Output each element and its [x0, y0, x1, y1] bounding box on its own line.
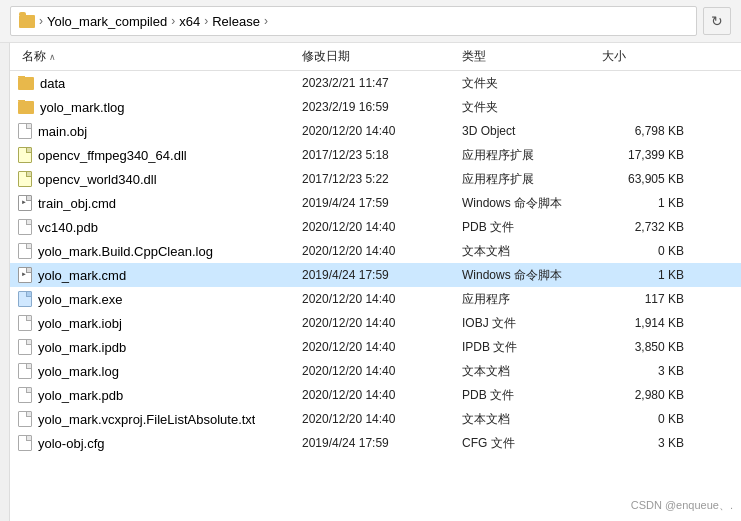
column-headers: 名称 ∧ 修改日期 类型 大小 — [10, 43, 741, 71]
file-name: yolo_mark.tlog — [40, 100, 125, 115]
file-type: IPDB 文件 — [458, 339, 598, 356]
file-modified: 2023/2/19 16:59 — [298, 100, 458, 114]
file-type: 文本文档 — [458, 243, 598, 260]
file-modified: 2020/12/20 14:40 — [298, 364, 458, 378]
breadcrumb-x64[interactable]: x64 — [179, 14, 200, 29]
file-name: yolo_mark.Build.CppClean.log — [38, 244, 213, 259]
table-row[interactable]: yolo_mark.iobj 2020/12/20 14:40 IOBJ 文件 … — [10, 311, 741, 335]
table-row[interactable]: opencv_world340.dll 2017/12/23 5:22 应用程序… — [10, 167, 741, 191]
breadcrumb[interactable]: › Yolo_mark_compiled › x64 › Release › — [10, 6, 697, 36]
file-name: yolo_mark.cmd — [38, 268, 126, 283]
log-icon — [18, 243, 32, 259]
table-row[interactable]: data 2023/2/21 11:47 文件夹 — [10, 71, 741, 95]
table-row[interactable]: yolo_mark.Build.CppClean.log 2020/12/20 … — [10, 239, 741, 263]
file-name-cell: main.obj — [18, 123, 298, 139]
table-row[interactable]: yolo_mark.ipdb 2020/12/20 14:40 IPDB 文件 … — [10, 335, 741, 359]
file-size: 1 KB — [598, 196, 688, 210]
col-header-modified[interactable]: 修改日期 — [298, 46, 458, 67]
breadcrumb-sep-1: › — [39, 14, 43, 28]
file-type: 应用程序扩展 — [458, 171, 598, 188]
cmd-icon — [18, 195, 32, 211]
file-size: 1 KB — [598, 268, 688, 282]
file-name: yolo_mark.log — [38, 364, 119, 379]
file-name-cell: yolo-obj.cfg — [18, 435, 298, 451]
file-size: 17,399 KB — [598, 148, 688, 162]
file-type: Windows 命令脚本 — [458, 267, 598, 284]
file-name-cell: yolo_mark.Build.CppClean.log — [18, 243, 298, 259]
table-row[interactable]: yolo_mark.pdb 2020/12/20 14:40 PDB 文件 2,… — [10, 383, 741, 407]
main-layout: 名称 ∧ 修改日期 类型 大小 data 2023/2/21 11:47 文件夹… — [0, 43, 741, 521]
file-size: 3,850 KB — [598, 340, 688, 354]
file-name: opencv_ffmpeg340_64.dll — [38, 148, 187, 163]
dll-icon — [18, 171, 32, 187]
table-row[interactable]: yolo_mark.exe 2020/12/20 14:40 应用程序 117 … — [10, 287, 741, 311]
file-size: 63,905 KB — [598, 172, 688, 186]
file-type: Windows 命令脚本 — [458, 195, 598, 212]
file-type: 应用程序扩展 — [458, 147, 598, 164]
file-type: 文件夹 — [458, 75, 598, 92]
breadcrumb-sep-3: › — [204, 14, 208, 28]
file-name: yolo_mark.vcxproj.FileListAbsolute.txt — [38, 412, 255, 427]
file-icon — [18, 435, 32, 451]
file-type: 文本文档 — [458, 411, 598, 428]
file-modified: 2020/12/20 14:40 — [298, 220, 458, 234]
file-name: train_obj.cmd — [38, 196, 116, 211]
table-row[interactable]: opencv_ffmpeg340_64.dll 2017/12/23 5:18 … — [10, 143, 741, 167]
file-size: 2,980 KB — [598, 388, 688, 402]
breadcrumb-release[interactable]: Release — [212, 14, 260, 29]
file-icon — [18, 387, 32, 403]
file-name-cell: train_obj.cmd — [18, 195, 298, 211]
file-name-cell: yolo_mark.vcxproj.FileListAbsolute.txt — [18, 411, 298, 427]
breadcrumb-sep-4: › — [264, 14, 268, 28]
log-icon — [18, 363, 32, 379]
table-row[interactable]: vc140.pdb 2020/12/20 14:40 PDB 文件 2,732 … — [10, 215, 741, 239]
file-name-cell: data — [18, 76, 298, 91]
table-row[interactable]: yolo_mark.log 2020/12/20 14:40 文本文档 3 KB — [10, 359, 741, 383]
file-name-cell: vc140.pdb — [18, 219, 298, 235]
file-size: 2,732 KB — [598, 220, 688, 234]
folder-icon — [19, 15, 35, 28]
folder-icon — [18, 77, 34, 90]
file-icon — [18, 219, 32, 235]
file-size: 1,914 KB — [598, 316, 688, 330]
file-name-cell: yolo_mark.pdb — [18, 387, 298, 403]
table-row[interactable]: yolo_mark.tlog 2023/2/19 16:59 文件夹 — [10, 95, 741, 119]
file-name-cell: yolo_mark.log — [18, 363, 298, 379]
file-size: 6,798 KB — [598, 124, 688, 138]
file-name: data — [40, 76, 65, 91]
file-modified: 2020/12/20 14:40 — [298, 124, 458, 138]
table-row[interactable]: train_obj.cmd 2019/4/24 17:59 Windows 命令… — [10, 191, 741, 215]
table-row[interactable]: yolo-obj.cfg 2019/4/24 17:59 CFG 文件 3 KB — [10, 431, 741, 455]
file-size: 117 KB — [598, 292, 688, 306]
table-row[interactable]: yolo_mark.cmd 2019/4/24 17:59 Windows 命令… — [10, 263, 741, 287]
file-name-cell: yolo_mark.iobj — [18, 315, 298, 331]
file-name: main.obj — [38, 124, 87, 139]
exe-icon — [18, 291, 32, 307]
col-header-type[interactable]: 类型 — [458, 46, 598, 67]
file-type: PDB 文件 — [458, 219, 598, 236]
file-modified: 2020/12/20 14:40 — [298, 316, 458, 330]
sort-arrow-name: ∧ — [49, 52, 56, 62]
table-row[interactable]: main.obj 2020/12/20 14:40 3D Object 6,79… — [10, 119, 741, 143]
file-modified: 2020/12/20 14:40 — [298, 340, 458, 354]
file-type: 3D Object — [458, 124, 598, 138]
breadcrumb-yolo[interactable]: Yolo_mark_compiled — [47, 14, 167, 29]
cmd-icon — [18, 267, 32, 283]
file-name-cell: opencv_world340.dll — [18, 171, 298, 187]
refresh-button[interactable]: ↻ — [703, 7, 731, 35]
file-name: yolo_mark.exe — [38, 292, 123, 307]
file-size: 0 KB — [598, 412, 688, 426]
file-size: 3 KB — [598, 436, 688, 450]
col-header-size[interactable]: 大小 — [598, 46, 688, 67]
file-modified: 2023/2/21 11:47 — [298, 76, 458, 90]
col-header-name[interactable]: 名称 ∧ — [18, 46, 298, 67]
file-modified: 2017/12/23 5:22 — [298, 172, 458, 186]
file-modified: 2019/4/24 17:59 — [298, 196, 458, 210]
table-row[interactable]: yolo_mark.vcxproj.FileListAbsolute.txt 2… — [10, 407, 741, 431]
file-modified: 2020/12/20 14:40 — [298, 388, 458, 402]
file-type: 文件夹 — [458, 99, 598, 116]
file-name-cell: opencv_ffmpeg340_64.dll — [18, 147, 298, 163]
file-size: 3 KB — [598, 364, 688, 378]
file-name: vc140.pdb — [38, 220, 98, 235]
file-type: CFG 文件 — [458, 435, 598, 452]
